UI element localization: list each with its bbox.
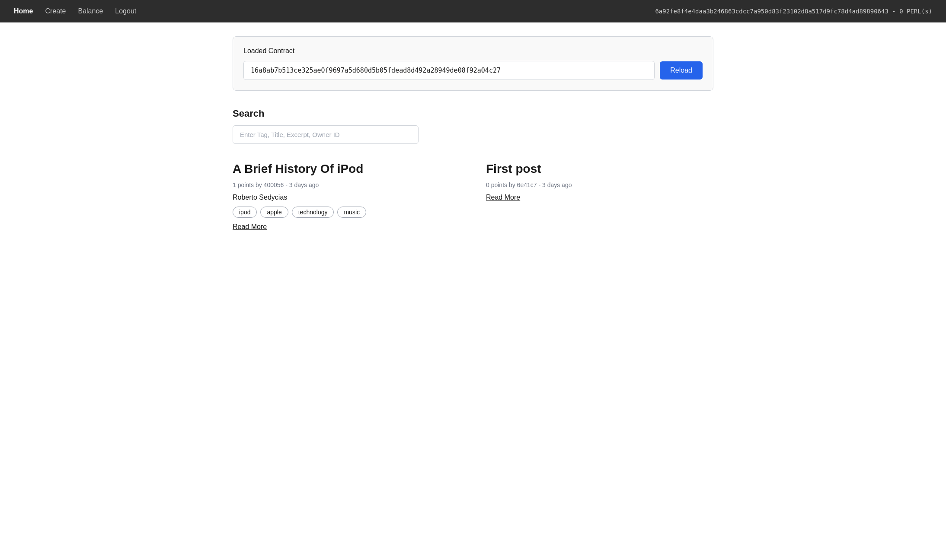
post-tag[interactable]: ipod (233, 207, 257, 218)
post-meta: 0 points by 6e41c7 - 3 days ago (486, 181, 713, 188)
post-tag[interactable]: apple (260, 207, 288, 218)
nav-logout[interactable]: Logout (115, 7, 136, 15)
read-more-link[interactable]: Read More (486, 194, 520, 201)
navbar: Home Create Balance Logout 6a92fe8f4e4da… (0, 0, 946, 22)
nav-links: Home Create Balance Logout (14, 7, 136, 15)
contract-section: Loaded Contract Reload (233, 36, 713, 91)
posts-grid: A Brief History Of iPod 1 points by 4000… (233, 161, 713, 231)
contract-label: Loaded Contract (243, 47, 703, 55)
main-content: Loaded Contract Reload Search A Brief Hi… (222, 22, 724, 245)
post-tags: ipodappletechnologymusic (233, 207, 460, 218)
contract-input-row: Reload (243, 61, 703, 80)
search-input[interactable] (233, 125, 419, 144)
search-section: Search (233, 108, 713, 144)
post-card: A Brief History Of iPod 1 points by 4000… (233, 161, 460, 231)
search-title: Search (233, 108, 713, 119)
post-author: Roberto Sedycias (233, 194, 460, 201)
post-title: First post (486, 161, 713, 176)
post-meta: 1 points by 400056 - 3 days ago (233, 181, 460, 188)
post-card: First post 0 points by 6e41c7 - 3 days a… (486, 161, 713, 231)
post-title: A Brief History Of iPod (233, 161, 460, 176)
nav-balance[interactable]: Balance (78, 7, 103, 15)
reload-button[interactable]: Reload (660, 61, 703, 80)
contract-input[interactable] (243, 61, 655, 80)
post-tag[interactable]: music (337, 207, 366, 218)
post-tag[interactable]: technology (292, 207, 334, 218)
nav-home[interactable]: Home (14, 7, 33, 15)
read-more-link[interactable]: Read More (233, 223, 267, 231)
wallet-info: 6a92fe8f4e4daa3b246863cdcc7a950d83f23102… (655, 8, 932, 15)
nav-create[interactable]: Create (45, 7, 66, 15)
